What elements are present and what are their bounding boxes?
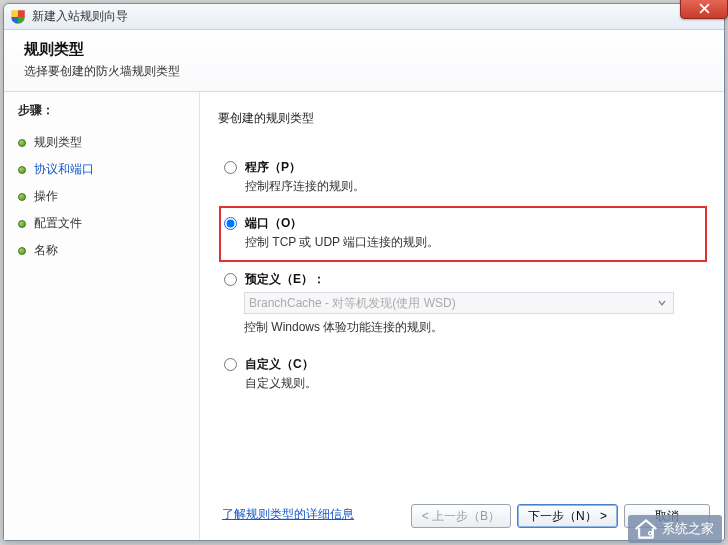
- option-predefined-label: 预定义（E）：: [245, 272, 325, 286]
- step-protocol-port[interactable]: 协议和端口: [18, 156, 199, 183]
- bullet-icon: [18, 193, 26, 201]
- option-program[interactable]: 程序（P） 控制程序连接的规则。: [222, 153, 704, 203]
- cancel-button[interactable]: 取消: [624, 504, 710, 528]
- bullet-icon: [18, 220, 26, 228]
- bullet-icon: [18, 247, 26, 255]
- option-custom-desc: 自定义规则。: [245, 375, 317, 392]
- option-port-label: 端口（O）: [245, 216, 302, 230]
- step-name[interactable]: 名称: [18, 237, 199, 264]
- steps-heading: 步骤：: [18, 102, 199, 119]
- option-custom[interactable]: 自定义（C） 自定义规则。: [222, 350, 704, 400]
- close-button[interactable]: [680, 0, 728, 19]
- option-port[interactable]: 端口（O） 控制 TCP 或 UDP 端口连接的规则。: [222, 209, 704, 259]
- step-rule-type[interactable]: 规则类型: [18, 129, 199, 156]
- option-port-desc: 控制 TCP 或 UDP 端口连接的规则。: [245, 234, 439, 251]
- titlebar[interactable]: 新建入站规则向导: [4, 4, 724, 30]
- back-button: < 上一步（B）: [411, 504, 511, 528]
- close-icon: [699, 3, 710, 14]
- radio-custom[interactable]: [224, 358, 237, 371]
- learn-more-link[interactable]: 了解规则类型的详细信息: [222, 506, 354, 523]
- step-profile[interactable]: 配置文件: [18, 210, 199, 237]
- bullet-icon: [18, 139, 26, 147]
- steps-list: 规则类型 协议和端口 操作 配置文件 名称: [18, 129, 199, 264]
- page-subtitle: 选择要创建的防火墙规则类型: [24, 63, 724, 80]
- footer-buttons: < 上一步（B） 下一步（N） > 取消: [411, 504, 710, 528]
- option-program-desc: 控制程序连接的规则。: [245, 178, 365, 195]
- option-predefined-desc: 控制 Windows 体验功能连接的规则。: [244, 319, 702, 336]
- next-button[interactable]: 下一步（N） >: [517, 504, 618, 528]
- option-custom-label: 自定义（C）: [245, 357, 314, 371]
- rule-type-options: 程序（P） 控制程序连接的规则。 端口（O） 控制 TCP 或 UDP 端口连接…: [222, 153, 704, 400]
- window-title: 新建入站规则向导: [32, 8, 128, 25]
- predefined-select: BranchCache - 对等机发现(使用 WSD): [244, 292, 674, 314]
- page-title: 规则类型: [24, 40, 724, 59]
- radio-predefined[interactable]: [224, 273, 237, 286]
- option-program-label: 程序（P）: [245, 160, 301, 174]
- body: 步骤： 规则类型 协议和端口 操作 配置文件 名称 要创建的规则类型 程序（P）…: [4, 92, 724, 540]
- main-panel: 要创建的规则类型 程序（P） 控制程序连接的规则。 端口（O） 控制 TCP 或…: [200, 92, 724, 540]
- prompt-text: 要创建的规则类型: [218, 110, 704, 127]
- app-shield-icon: [11, 10, 25, 24]
- radio-program[interactable]: [224, 161, 237, 174]
- bullet-icon: [18, 166, 26, 174]
- header: 规则类型 选择要创建的防火墙规则类型: [4, 30, 724, 92]
- step-action[interactable]: 操作: [18, 183, 199, 210]
- wizard-window: 新建入站规则向导 规则类型 选择要创建的防火墙规则类型 步骤： 规则类型 协议和…: [3, 3, 725, 541]
- sidebar: 步骤： 规则类型 协议和端口 操作 配置文件 名称: [4, 92, 200, 540]
- radio-port[interactable]: [224, 217, 237, 230]
- option-predefined[interactable]: 预定义（E）： BranchCache - 对等机发现(使用 WSD) 控制 W…: [222, 265, 704, 344]
